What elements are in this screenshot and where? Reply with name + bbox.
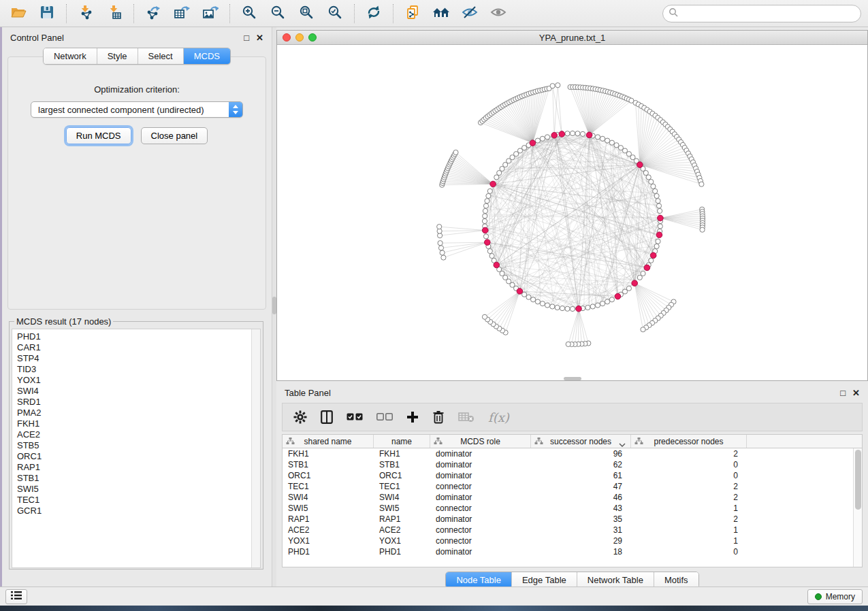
ring-node[interactable]	[483, 234, 488, 239]
table-tab-motifs[interactable]: Motifs	[654, 572, 698, 588]
mcds-result-item[interactable]: CAR1	[17, 342, 260, 353]
cell-mcds_role[interactable]: dominator	[430, 546, 531, 557]
close-panel-icon[interactable]: ✕	[852, 388, 860, 398]
tab-select[interactable]: Select	[138, 48, 184, 64]
ring-node[interactable]	[605, 138, 610, 143]
mcds-hub-node[interactable]	[494, 262, 500, 268]
ring-node[interactable]	[540, 136, 545, 141]
cell-successor_nodes[interactable]: 62	[531, 459, 631, 470]
delete-table-icon[interactable]	[458, 412, 475, 423]
ring-node[interactable]	[489, 254, 494, 259]
select-all-columns-icon[interactable]	[347, 413, 363, 421]
ring-node[interactable]	[485, 199, 489, 203]
cell-successor_nodes[interactable]: 96	[531, 448, 631, 459]
ring-node[interactable]	[637, 275, 642, 280]
cell-successor_nodes[interactable]: 18	[531, 546, 631, 557]
table-row[interactable]: RAP1RAP1dominator352	[283, 514, 862, 525]
cell-shared_name[interactable]: SWI5	[283, 503, 374, 514]
mcds-result-item[interactable]: PHD1	[17, 331, 260, 342]
cell-mcds_role[interactable]: dominator	[430, 470, 531, 481]
ring-node[interactable]	[590, 304, 595, 309]
ring-node[interactable]	[487, 249, 492, 254]
cell-mcds_role[interactable]: connector	[430, 503, 531, 514]
ring-node[interactable]	[605, 299, 610, 304]
ring-node[interactable]	[609, 297, 614, 302]
cell-name[interactable]: STB1	[374, 459, 430, 470]
cell-predecessor_nodes[interactable]: 2	[631, 481, 747, 492]
ring-node[interactable]	[535, 138, 540, 143]
ring-node[interactable]	[545, 303, 549, 308]
cell-name[interactable]: SWI5	[374, 503, 430, 514]
mcds-hub-node[interactable]	[632, 280, 638, 286]
zoom-out-button[interactable]	[263, 2, 292, 25]
ring-node[interactable]	[654, 193, 659, 198]
ring-node[interactable]	[658, 224, 662, 229]
ring-node[interactable]	[656, 199, 660, 203]
cell-name[interactable]: RAP1	[374, 514, 430, 525]
satellite-node[interactable]	[482, 314, 487, 319]
ring-node[interactable]	[595, 135, 600, 139]
table-row[interactable]: YOX1YOX1connector291	[283, 535, 862, 546]
scrollbar-thumb[interactable]	[855, 450, 861, 510]
satellite-node[interactable]	[441, 255, 446, 260]
cell-successor_nodes[interactable]: 31	[531, 525, 631, 535]
cell-name[interactable]: YOX1	[374, 535, 430, 546]
ring-node[interactable]	[570, 306, 575, 311]
satellite-node[interactable]	[699, 182, 704, 186]
cell-successor_nodes[interactable]: 29	[531, 535, 631, 546]
satellite-node[interactable]	[566, 342, 570, 346]
column-header-predecessor_nodes[interactable]: predecessor nodes	[631, 435, 747, 448]
mcds-hub-node[interactable]	[530, 140, 536, 146]
add-column-icon[interactable]	[406, 411, 419, 423]
network-titlebar[interactable]: YPA_prune.txt_1	[277, 31, 867, 45]
maximize-window-icon[interactable]	[308, 33, 317, 42]
ring-node[interactable]	[483, 203, 488, 208]
cell-mcds_role[interactable]: dominator	[430, 514, 531, 525]
ring-node[interactable]	[600, 301, 605, 306]
cell-mcds_role[interactable]: dominator	[430, 492, 531, 503]
mcds-result-item[interactable]: RAP1	[17, 462, 260, 473]
cell-name[interactable]: SWI4	[374, 492, 430, 503]
table-tab-edge-table[interactable]: Edge Table	[512, 572, 577, 588]
float-panel-icon[interactable]: □	[244, 33, 249, 43]
show-all-button[interactable]	[484, 2, 513, 25]
task-history-button[interactable]	[5, 589, 27, 604]
ring-node[interactable]	[646, 175, 651, 180]
cell-predecessor_nodes[interactable]: 0	[631, 470, 747, 481]
satellite-node[interactable]	[556, 83, 560, 88]
network-overview-icon[interactable]	[427, 2, 455, 25]
mcds-result-item[interactable]: STB5	[17, 440, 260, 451]
cell-shared_name[interactable]: PHD1	[283, 546, 374, 557]
mcds-result-item[interactable]: SRD1	[17, 397, 260, 408]
import-table-button[interactable]	[100, 2, 129, 25]
ring-node[interactable]	[482, 218, 487, 223]
satellite-node[interactable]	[438, 241, 443, 246]
ring-node[interactable]	[483, 214, 487, 218]
ring-node[interactable]	[555, 305, 560, 310]
mcds-result-item[interactable]: ACE2	[17, 429, 260, 440]
search-field[interactable]	[662, 5, 861, 22]
table-row[interactable]: STB1STB1dominator620	[283, 459, 862, 470]
ring-node[interactable]	[570, 131, 575, 135]
ring-node[interactable]	[654, 244, 659, 248]
function-builder-icon[interactable]: f(x)	[488, 410, 509, 425]
minimize-window-icon[interactable]	[295, 33, 304, 42]
cell-mcds_role[interactable]: connector	[430, 525, 531, 535]
tab-style[interactable]: Style	[97, 48, 138, 64]
clone-network-button[interactable]	[398, 2, 427, 25]
mcds-result-list[interactable]: PHD1CAR1STP4TID3YOX1SWI4SRD1PMA2FKH1ACE2…	[12, 329, 261, 568]
cell-predecessor_nodes[interactable]: 2	[631, 448, 747, 459]
mcds-result-item[interactable]: FKH1	[17, 418, 260, 429]
ring-node[interactable]	[600, 136, 605, 141]
ring-node[interactable]	[535, 299, 540, 304]
ring-node[interactable]	[526, 295, 531, 299]
cell-predecessor_nodes[interactable]: 2	[631, 514, 747, 525]
cell-shared_name[interactable]: TEC1	[283, 481, 374, 492]
column-header-successor_nodes[interactable]: successor nodes	[531, 435, 631, 448]
ring-node[interactable]	[651, 184, 656, 188]
close-window-icon[interactable]	[283, 33, 291, 42]
table-row[interactable]: SWI5SWI5connector431	[283, 503, 862, 514]
column-layout-icon[interactable]	[321, 410, 333, 424]
mcds-result-item[interactable]: TEC1	[17, 495, 260, 506]
mcds-hub-node[interactable]	[551, 133, 558, 139]
